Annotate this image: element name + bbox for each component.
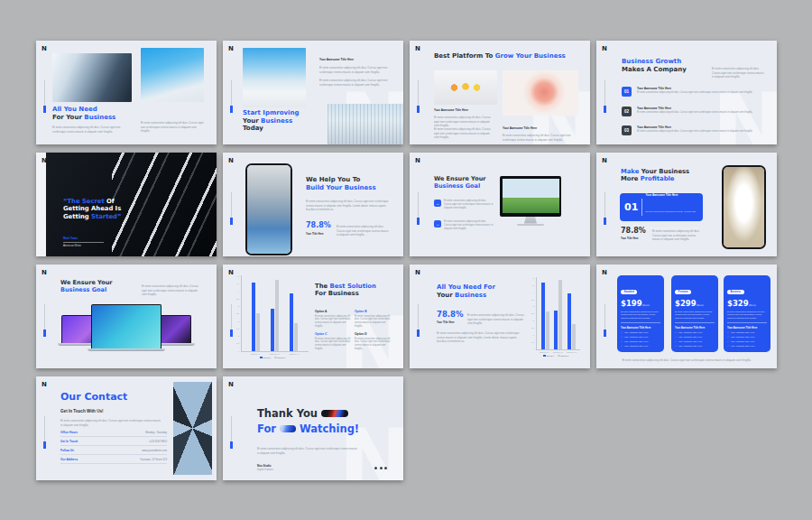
stat-value: 78.8% bbox=[621, 227, 646, 235]
body-text: Et enim consectetur adipiscing elit duis… bbox=[141, 121, 204, 134]
slide-11-all-you-need-chart: N All You Need For Your Business 78.8% Y… bbox=[410, 265, 590, 368]
monitor-screen-photo bbox=[503, 179, 559, 213]
title-blue: For bbox=[257, 422, 276, 435]
contact-label: Our Address bbox=[60, 458, 78, 461]
slide-9-business-goal-laptops: N We Ensure Your Business Goal Et enim c… bbox=[36, 265, 217, 368]
title-dark: Your Business bbox=[641, 168, 689, 175]
brand-logo: N bbox=[228, 157, 234, 164]
item-text: Et enim consectetur adipiscing elit duis… bbox=[637, 111, 765, 115]
plan-feature: ✓Your Awesome Title Here bbox=[621, 340, 660, 343]
thank-you-line1: Thank You bbox=[257, 407, 348, 420]
bullet-text: Et enim consectetur adipiscing elit duis… bbox=[444, 220, 494, 231]
slide-row-4: N Our Contact Get In Touch With Us! Et e… bbox=[36, 376, 403, 480]
plan-feature: ✓Your Awesome Title Here bbox=[621, 331, 660, 334]
chart-bar bbox=[572, 324, 576, 348]
social-icon-3 bbox=[384, 467, 387, 469]
quote-text: “The Secret Of Getting Ahead Is Getting … bbox=[63, 198, 121, 220]
chart-bar bbox=[546, 311, 549, 348]
plan-badge: Standard bbox=[621, 290, 637, 294]
feature-text: Your Awesome Title Here bbox=[624, 340, 649, 343]
stat-value: 78.8% bbox=[306, 221, 331, 229]
slide-7-business-goal: N We Ensure Your Business Goal → Et enim… bbox=[410, 153, 590, 256]
title-blue: Watching! bbox=[300, 422, 359, 435]
contact-row: Follow Us www.yourwebsite.com bbox=[60, 449, 167, 455]
plan-badge: Premium bbox=[675, 290, 691, 294]
chart-bar bbox=[567, 293, 571, 349]
brand-logo: N bbox=[602, 269, 607, 276]
bullet-item: → Et enim consectetur adipiscing elit du… bbox=[434, 200, 494, 210]
slide-1-all-you-need: N All You Need For Your Business Et enim… bbox=[36, 41, 217, 144]
social-icon-2 bbox=[380, 467, 383, 469]
feature-text: Your Awesome Title Here bbox=[678, 336, 703, 339]
template-preview-canvas: N All You Need For Your Business Et enim… bbox=[0, 0, 812, 520]
bullet-item: → Et enim consectetur adipiscing elit du… bbox=[434, 220, 494, 231]
slide-row-1: N All You Need For Your Business Et enim… bbox=[36, 41, 777, 144]
item-text: Et enim consectetur adipiscing elit duis… bbox=[637, 91, 765, 95]
option-label: Option B bbox=[355, 310, 391, 313]
brand-logo: N bbox=[42, 381, 47, 388]
phone-mockup bbox=[245, 163, 292, 255]
social-icon-1 bbox=[374, 467, 377, 469]
feature-text: Your Awesome Title Here bbox=[624, 345, 649, 348]
chart-bar bbox=[558, 280, 562, 348]
feature-text: Your Awesome Title Here bbox=[678, 331, 703, 334]
feature-text: Your Awesome Title Here bbox=[731, 336, 755, 339]
check-icon: ✓ bbox=[675, 331, 677, 334]
chart-bar bbox=[275, 280, 279, 350]
check-icon: ✓ bbox=[675, 336, 677, 339]
body-text: Et enim consectetur adipiscing elit duis… bbox=[257, 447, 358, 455]
price-period: /Month bbox=[642, 304, 650, 307]
title-line2a: Your bbox=[243, 117, 261, 125]
slide-title: Our Contact bbox=[60, 391, 127, 403]
bullet-text: Et enim consectetur adipiscing elit duis… bbox=[444, 200, 494, 210]
check-icon: ✓ bbox=[727, 340, 729, 343]
thank-you-line2: For Watching! bbox=[257, 422, 359, 435]
edge-accent bbox=[231, 304, 232, 335]
slide-title: All You Need For Your Business bbox=[52, 106, 115, 121]
abstract-building-photo bbox=[141, 48, 204, 102]
plan-price: $299/Month bbox=[675, 299, 715, 308]
body-text: Et enim consectetur adipiscing elit duis… bbox=[142, 284, 201, 297]
edge-accent bbox=[44, 80, 45, 111]
feature-text: Your Awesome Title Here bbox=[678, 345, 703, 348]
check-icon: ✓ bbox=[621, 331, 623, 334]
bar-chart: 54.543.532.521.510.50Category 1Category … bbox=[236, 275, 309, 358]
slide-12-pricing: N Standard $199/Month Et enim consectetu… bbox=[596, 265, 777, 368]
title-line2b: Business bbox=[84, 114, 115, 121]
item-text: Et enim consectetur adipiscing elit duis… bbox=[637, 130, 765, 134]
title-blue: Make bbox=[621, 168, 641, 175]
brand-logo: N bbox=[415, 157, 420, 164]
section-heading: Your Awesome Title Here bbox=[434, 108, 468, 112]
edge-accent bbox=[418, 80, 419, 111]
quote-author: Mark Twain bbox=[63, 237, 104, 243]
monitor-stand bbox=[524, 217, 537, 224]
price-period: /Month bbox=[697, 304, 704, 307]
feature-text: Your Awesome Title Here bbox=[624, 331, 649, 334]
slide-14-thank-you: N N Thank You For Watching! Et enim cons… bbox=[223, 376, 403, 480]
left-strip bbox=[36, 153, 46, 256]
option-block: Option C Et enim consectetur adipiscing … bbox=[315, 332, 351, 351]
contact-value: +123 4567 8910 bbox=[149, 440, 167, 443]
option-text: Et enim consectetur adipiscing elit duis… bbox=[355, 338, 391, 352]
contact-label: Office Hours bbox=[60, 431, 78, 434]
chart-bar bbox=[294, 323, 298, 350]
eggs-photo bbox=[434, 70, 497, 105]
edge-accent bbox=[44, 416, 45, 447]
arrow-icon: → bbox=[434, 200, 441, 207]
slide-title: Make Your Business More Profitable bbox=[621, 168, 689, 183]
feature-text: Your Awesome Title Here bbox=[731, 345, 755, 348]
body-text: Et enim consectetur adipiscing elit duis… bbox=[467, 313, 525, 326]
plan-title: Your Awesome Title Here bbox=[675, 322, 715, 330]
title-dark: More bbox=[621, 175, 641, 182]
contact-value: www.yourwebsite.com bbox=[142, 449, 167, 452]
feature-text: Your Awesome Title Here bbox=[731, 331, 755, 334]
option-block: Option B Et enim consectetur adipiscing … bbox=[355, 310, 391, 329]
plan-price: $199/Month bbox=[621, 299, 660, 308]
option-label: Option A bbox=[315, 310, 351, 313]
title-blue: Best Solution bbox=[329, 283, 375, 290]
laptop-screen bbox=[91, 304, 161, 348]
section-heading: Your Awesome Title Here bbox=[503, 126, 537, 130]
slide-row-2: N “The Secret Of Getting Ahead Is Gettin… bbox=[36, 153, 777, 256]
title-line1: All You Need For bbox=[437, 283, 495, 291]
check-icon: ✓ bbox=[727, 331, 729, 334]
